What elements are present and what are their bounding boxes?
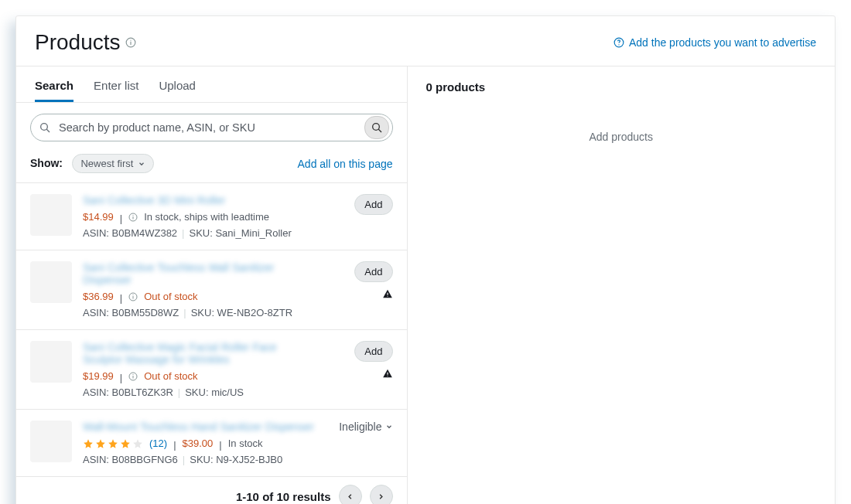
product-row: Sani Collective Magic Facial Roller Face… — [16, 330, 407, 410]
chevron-down-icon — [385, 423, 393, 431]
product-ids: ASIN: B0BM4WZ382|SKU: Sani_Mini_Roller — [83, 227, 316, 239]
help-link[interactable]: Add the products you want to advertise — [613, 36, 816, 49]
panel-header: Products Add the products you want to ad… — [16, 16, 835, 66]
product-name[interactable]: Wall-Mount Touchless Hand Sanitizer Disp… — [83, 421, 316, 433]
product-info: Wall-Mount Touchless Hand Sanitizer Disp… — [83, 421, 316, 465]
help-link-text: Add the products you want to advertise — [629, 36, 816, 49]
product-thumbnail — [30, 194, 72, 236]
warning-icon — [382, 368, 393, 379]
info-icon[interactable] — [125, 37, 136, 48]
product-action: Ineligible — [326, 421, 393, 465]
product-thumbnail — [30, 341, 72, 383]
product-row: Sani Collective Touchless Wall Sanitizer… — [16, 250, 407, 330]
chevron-right-icon — [377, 492, 385, 501]
product-list: Sani Collective 3D Mini Roller $14.99|In… — [16, 183, 407, 477]
tab-search[interactable]: Search — [35, 79, 73, 102]
product-ids: ASIN: B0BLT6ZK3R|SKU: mic/US — [83, 387, 316, 398]
product-action: Add — [326, 261, 393, 318]
info-icon[interactable] — [128, 372, 138, 381]
star-icon — [95, 438, 106, 449]
product-price: $39.00 — [183, 438, 214, 449]
search-row — [16, 103, 407, 149]
tabs: Search Enter list Upload — [16, 66, 407, 103]
sort-dropdown[interactable]: Newest first — [72, 154, 154, 173]
star-icon — [83, 438, 94, 449]
search-input[interactable] — [51, 115, 364, 140]
add-product-button[interactable]: Add — [354, 194, 392, 215]
product-price: $36.99 — [83, 291, 114, 302]
help-icon — [613, 37, 624, 48]
two-column-layout: Search Enter list Upload Show: Newest — [16, 66, 835, 504]
show-label: Show: — [30, 157, 63, 169]
stock-status: Out of stock — [144, 370, 197, 382]
product-price: $14.99 — [83, 211, 114, 223]
stock-status: Out of stock — [144, 291, 197, 302]
selected-count: 0 products — [426, 80, 817, 94]
product-price: $19.99 — [83, 370, 114, 382]
product-info: Sani Collective 3D Mini Roller $14.99|In… — [83, 194, 316, 239]
left-column: Search Enter list Upload Show: Newest — [16, 66, 408, 504]
product-row: Wall-Mount Touchless Hand Sanitizer Disp… — [16, 410, 407, 477]
review-count[interactable]: (12) — [149, 438, 167, 449]
star-icon — [132, 438, 143, 449]
search-button[interactable] — [364, 116, 389, 139]
product-ids: ASIN: B0BM55D8WZ|SKU: WE-NB2O-8ZTR — [83, 307, 316, 318]
search-icon — [371, 121, 383, 134]
chevron-left-icon — [346, 492, 354, 501]
add-product-button[interactable]: Add — [354, 261, 392, 282]
sort-controls: Show: Newest first — [30, 154, 154, 173]
prev-page-button[interactable] — [339, 485, 362, 504]
search-icon — [39, 121, 51, 134]
product-thumbnail — [30, 421, 72, 462]
tab-enter-list[interactable]: Enter list — [94, 79, 138, 102]
page-title: Products — [35, 30, 136, 55]
product-action: Add — [326, 194, 393, 239]
product-thumbnail — [30, 261, 72, 303]
product-info: Sani Collective Magic Facial Roller Face… — [83, 341, 316, 398]
empty-state-text: Add products — [426, 131, 817, 143]
product-action: Add — [326, 341, 393, 398]
filter-row: Show: Newest first Add all on this page — [16, 149, 407, 183]
right-column: 0 products Add products — [408, 66, 836, 504]
info-icon[interactable] — [128, 292, 138, 301]
product-name[interactable]: Sani Collective Touchless Wall Sanitizer… — [83, 261, 316, 286]
tab-upload[interactable]: Upload — [159, 79, 196, 102]
search-field-wrap — [30, 114, 393, 141]
pagination: 1-10 of 10 results — [16, 477, 407, 504]
add-product-button[interactable]: Add — [354, 341, 392, 362]
stock-status: In stock, ships with leadtime — [144, 211, 269, 223]
star-icon — [108, 438, 118, 449]
star-icon — [120, 438, 131, 449]
page-title-text: Products — [35, 30, 121, 55]
product-ids: ASIN: B08BBGFNG6|SKU: N9-XJ52-BJB0 — [83, 454, 316, 465]
chevron-down-icon — [138, 160, 145, 168]
product-name[interactable]: Sani Collective 3D Mini Roller — [83, 194, 316, 206]
product-row: Sani Collective 3D Mini Roller $14.99|In… — [16, 183, 407, 250]
next-page-button[interactable] — [370, 485, 393, 504]
pagination-text: 1-10 of 10 results — [236, 490, 331, 503]
info-icon[interactable] — [128, 213, 138, 222]
add-all-link[interactable]: Add all on this page — [298, 158, 393, 170]
stock-status: In stock — [228, 438, 263, 449]
ineligible-dropdown[interactable]: Ineligible — [339, 421, 392, 433]
warning-icon — [382, 288, 393, 299]
sort-value: Newest first — [80, 158, 133, 169]
product-info: Sani Collective Touchless Wall Sanitizer… — [83, 261, 316, 318]
products-panel: Products Add the products you want to ad… — [15, 15, 836, 504]
product-name[interactable]: Sani Collective Magic Facial Roller Face… — [83, 341, 316, 366]
star-rating — [83, 438, 143, 449]
